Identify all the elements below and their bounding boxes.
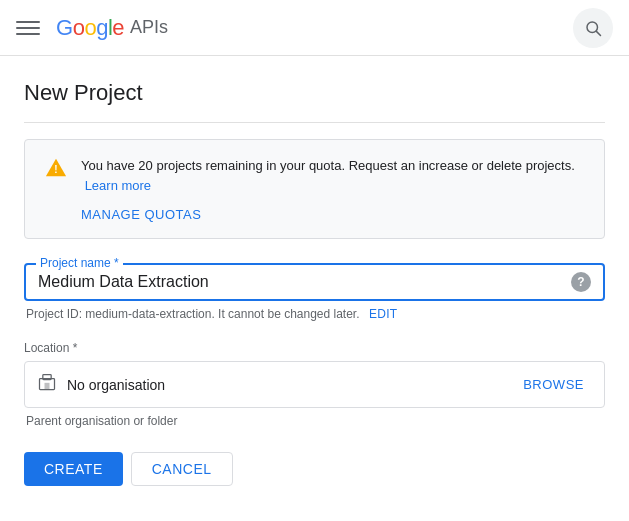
- location-field-container: No organisation BROWSE: [24, 361, 605, 408]
- help-icon[interactable]: ?: [571, 272, 591, 292]
- project-name-label: Project name *: [36, 256, 123, 270]
- page-title: New Project: [24, 80, 605, 123]
- learn-more-link[interactable]: Learn more: [85, 178, 151, 193]
- form-actions: CREATE CANCEL: [24, 452, 605, 486]
- cancel-button[interactable]: CANCEL: [131, 452, 233, 486]
- project-name-field-container: Project name * ?: [24, 263, 605, 301]
- create-button[interactable]: CREATE: [24, 452, 123, 486]
- edit-project-id-link[interactable]: EDIT: [369, 307, 398, 321]
- page-content: New Project ! You have 20 projects remai…: [0, 56, 629, 510]
- google-logo: Google: [56, 15, 124, 41]
- organisation-icon: [37, 372, 57, 397]
- search-button[interactable]: [573, 8, 613, 48]
- location-section: Location * No organisation BROWSE Parent…: [24, 341, 605, 428]
- apis-label: APIs: [130, 17, 168, 38]
- warning-icon: !: [45, 157, 67, 179]
- parent-org-hint: Parent organisation or folder: [24, 414, 605, 428]
- svg-line-1: [596, 31, 600, 35]
- project-name-input[interactable]: [38, 273, 563, 291]
- project-name-group: Project name * ? Project ID: medium-data…: [24, 263, 605, 321]
- search-icon: [584, 19, 602, 37]
- manage-quotas-link[interactable]: MANAGE QUOTAS: [81, 207, 584, 222]
- svg-text:!: !: [54, 164, 57, 175]
- menu-icon[interactable]: [16, 16, 40, 40]
- quota-warning-text: You have 20 projects remaining in your q…: [81, 156, 584, 195]
- location-value: No organisation: [67, 377, 165, 393]
- location-label: Location *: [24, 341, 605, 355]
- browse-button[interactable]: BROWSE: [515, 373, 592, 396]
- project-id-text: Project ID: medium-data-extraction. It c…: [24, 307, 605, 321]
- quota-warning-box: ! You have 20 projects remaining in your…: [24, 139, 605, 239]
- svg-rect-5: [45, 383, 50, 390]
- app-header: Google APIs: [0, 0, 629, 56]
